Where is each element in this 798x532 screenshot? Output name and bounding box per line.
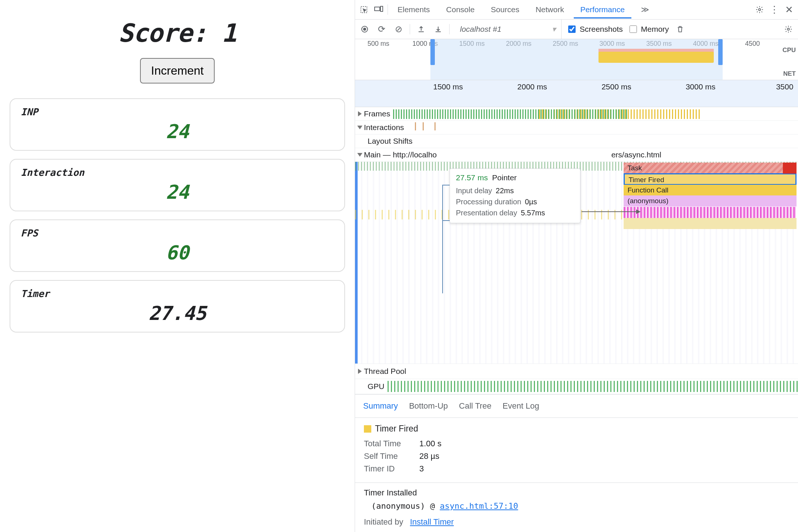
installed-at: @: [430, 501, 435, 511]
card-fps-value: 60: [21, 242, 334, 264]
tab-summary[interactable]: Summary: [363, 401, 398, 411]
stack-timer-fired[interactable]: Timer Fired: [624, 173, 797, 185]
stack-function-call[interactable]: Function Call: [624, 185, 797, 196]
track-gpu[interactable]: GPU: [355, 379, 798, 394]
ruler-tick: 1500 ms: [433, 82, 463, 91]
card-fps-label: FPS: [21, 228, 334, 239]
tab-network[interactable]: Network: [529, 1, 571, 18]
details-tabs: Summary Bottom-Up Call Tree Event Log: [355, 395, 798, 418]
memory-checkbox[interactable]: Memory: [628, 24, 669, 34]
stack-strip-render: [624, 207, 797, 218]
screenshots-label: Screenshots: [580, 25, 623, 34]
chevron-down-icon: ▾: [552, 25, 556, 34]
stack-strip-script: [624, 218, 797, 229]
main-flamechart[interactable]: 27.57 ms Pointer Input delay22ms Process…: [355, 162, 798, 364]
upload-icon[interactable]: [415, 23, 427, 35]
close-icon[interactable]: ✕: [783, 4, 795, 16]
tab-sources[interactable]: Sources: [484, 1, 526, 18]
tooltip-type: Pointer: [492, 173, 517, 182]
tab-performance[interactable]: Performance: [574, 1, 631, 18]
main-url-left: Main — http://localho: [364, 150, 437, 159]
card-fps: FPS 60: [10, 219, 345, 272]
context-select[interactable]: localhost #1 ▾: [455, 20, 562, 39]
card-inp-label: INP: [21, 106, 334, 117]
memory-input[interactable]: [630, 25, 637, 33]
collapse-icon[interactable]: [357, 153, 362, 157]
tick: 500 ms: [355, 40, 402, 48]
context-label: localhost #1: [460, 25, 501, 34]
track-frames[interactable]: Frames: [355, 107, 798, 121]
card-interaction-value: 24: [21, 181, 334, 203]
reload-icon[interactable]: ⟳: [376, 23, 388, 35]
installed-fn: (anonymous): [371, 501, 425, 511]
capture-settings-icon[interactable]: [782, 23, 794, 35]
track-main-header[interactable]: Main — http://localho ers/async.html: [355, 148, 798, 162]
track-thread-pool[interactable]: Thread Pool: [355, 364, 798, 379]
inspect-icon[interactable]: [358, 4, 370, 16]
svg-point-3: [758, 8, 761, 11]
separator: [449, 24, 450, 34]
stack-anonymous[interactable]: (anonymous): [624, 195, 797, 207]
card-inp: INP 24: [10, 98, 345, 151]
track-label: Thread Pool: [364, 367, 406, 376]
perf-toolbar: ⟳ ⊘ localhost #1 ▾ Screenshots Memory: [355, 20, 798, 39]
interaction-hover-line: [442, 219, 443, 293]
gear-icon[interactable]: [754, 4, 765, 16]
tt-k: Processing duration: [456, 196, 521, 207]
device-icon[interactable]: [373, 4, 385, 16]
track-interactions[interactable]: Interactions: [355, 121, 798, 134]
overview-cpu-label: CPU: [782, 47, 796, 54]
ruler-tick: 3000 ms: [686, 82, 716, 91]
overview-handle-right[interactable]: [718, 39, 723, 65]
track-label: Layout Shifts: [368, 137, 412, 146]
ruler-tick: 3500: [776, 82, 794, 91]
tooltip-arrow-icon: [582, 211, 640, 212]
timeline-ruler[interactable]: 1500 ms 2000 ms 2500 ms 3000 ms 3500: [355, 80, 798, 107]
separator: [388, 4, 388, 15]
tt-v: 0µs: [525, 196, 537, 207]
track-label: GPU: [368, 382, 385, 391]
increment-button[interactable]: Increment: [140, 58, 215, 83]
initiated-by-link[interactable]: Install Timer: [410, 517, 454, 526]
tooltip-time: 27.57 ms: [456, 173, 488, 182]
sum-k: Total Time: [364, 439, 412, 449]
initiated-by-label: Initiated by: [364, 517, 403, 526]
card-interaction-label: Interaction: [21, 167, 334, 178]
track-label: Frames: [364, 109, 390, 118]
gpu-bars: [388, 381, 798, 392]
tab-bottom-up[interactable]: Bottom-Up: [409, 401, 448, 411]
devtools-panel: Elements Console Sources Network Perform…: [355, 0, 798, 532]
expand-icon[interactable]: [358, 111, 362, 116]
selected-stack[interactable]: Task Timer Fired Function Call (anonymou…: [624, 163, 797, 229]
main-url-right: ers/async.html: [611, 150, 798, 159]
sum-k: Self Time: [364, 451, 412, 461]
overview-net-label: NET: [783, 70, 796, 78]
overview-handle-left[interactable]: [430, 39, 435, 65]
tab-event-log[interactable]: Event Log: [502, 401, 539, 411]
stack-task[interactable]: Task: [624, 163, 797, 174]
expand-icon[interactable]: [358, 369, 362, 374]
clear-icon[interactable]: ⊘: [393, 23, 405, 35]
sum-k: Timer ID: [364, 464, 412, 474]
summary-title: Timer Fired: [375, 424, 418, 434]
tab-call-tree[interactable]: Call Tree: [459, 401, 491, 411]
interaction-tooltip: 27.57 ms Pointer Input delay22ms Process…: [450, 168, 580, 223]
card-interaction: Interaction 24: [10, 159, 345, 211]
track-layout-shifts[interactable]: Layout Shifts: [355, 134, 798, 148]
download-icon[interactable]: [432, 23, 444, 35]
screenshots-checkbox[interactable]: Screenshots: [567, 24, 623, 34]
overview-activity-main: [598, 52, 714, 63]
kebab-icon[interactable]: ⋮: [768, 4, 780, 16]
gc-icon[interactable]: [674, 23, 686, 35]
overview-strip[interactable]: 500 ms 1000 ms 1500 ms 2000 ms 2500 ms 3…: [355, 39, 798, 80]
collapse-icon[interactable]: [357, 126, 362, 129]
tab-more[interactable]: ≫: [634, 1, 656, 18]
installed-title: Timer Installed: [364, 488, 789, 498]
screenshots-input[interactable]: [568, 25, 576, 33]
record-icon[interactable]: [359, 23, 371, 35]
timeline-body: Frames Interactions Layout Shifts Main —…: [355, 107, 798, 394]
tab-console[interactable]: Console: [440, 1, 481, 18]
installed-source-link[interactable]: async.html:57:10: [440, 501, 518, 511]
card-timer-label: Timer: [21, 288, 334, 299]
tab-elements[interactable]: Elements: [391, 1, 437, 18]
